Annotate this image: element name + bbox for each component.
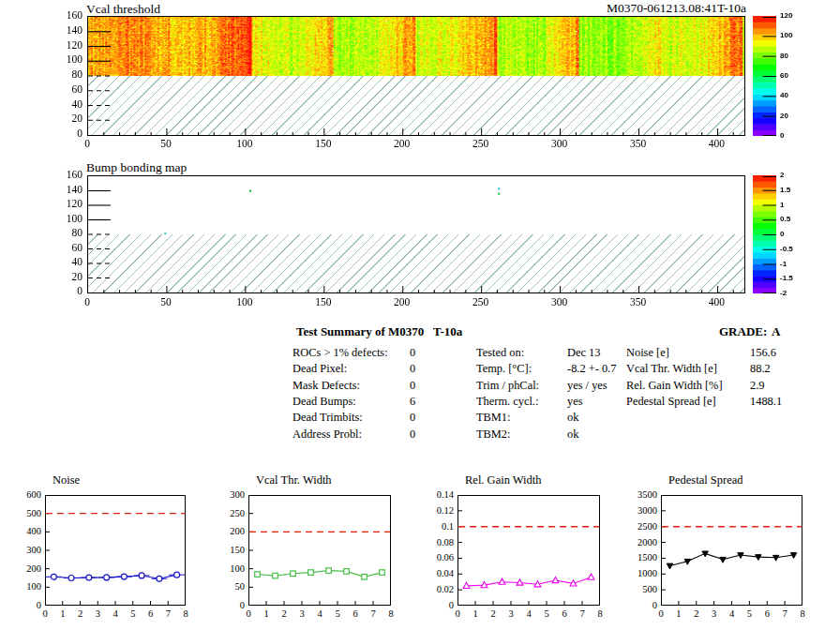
summary-label: Dead Pixel: (292, 363, 347, 374)
data-point-marker (667, 563, 672, 569)
summary-label: Address Probl: (292, 428, 362, 440)
vcal-heatmap-canvas (88, 17, 744, 76)
y-axis-tick-label: 0 (207, 601, 245, 611)
bump-colorbar (753, 175, 776, 293)
summary-value: 1488.1 (750, 396, 782, 407)
y-axis-tick-label: 140 (52, 185, 82, 196)
data-point-marker (291, 571, 296, 577)
noise-per-roc-plot (45, 495, 186, 606)
y-axis-tick-label: 500 (620, 585, 657, 595)
data-point-marker (157, 576, 162, 581)
y-axis-tick-label: 0.1 (416, 522, 454, 532)
y-axis-tick-label: 250 (207, 509, 245, 519)
x-axis-tick-label: 150 (309, 297, 338, 308)
x-axis-tick-label: 200 (388, 139, 416, 150)
x-axis-tick-label: 350 (624, 297, 652, 308)
x-axis-tick-label: 0 (73, 139, 101, 150)
rel-gain-width-per-roc-plot (458, 495, 600, 606)
y-axis-tick-label: 2500 (620, 522, 657, 532)
summary-label: TBM1: (476, 412, 511, 423)
x-axis-tick-label: 50 (152, 297, 180, 308)
plot-frame (46, 496, 186, 606)
x-axis-tick-label: 4 (312, 609, 327, 620)
summary-label: Temp. [°C]: (476, 363, 532, 374)
data-point-marker (344, 569, 350, 575)
x-axis-tick-label: 5 (742, 609, 757, 620)
x-axis-tick-label: 5 (330, 609, 345, 620)
vcal-colorbar (753, 16, 776, 136)
x-axis-tick-label: 0 (73, 297, 101, 308)
data-point-marker (499, 578, 505, 584)
y-axis-tick-label: 120 (52, 199, 82, 210)
y-axis-tick-label: 40 (52, 257, 82, 268)
x-axis-tick-label: 3 (707, 609, 722, 620)
colorbar-tick-label: 0 (780, 231, 804, 238)
summary-value: 0 (410, 363, 415, 374)
plot-frame (662, 496, 802, 606)
summary-value: yes (567, 396, 583, 407)
summary-label: Noise [e] (626, 347, 669, 358)
noise-plot-title: Noise (52, 474, 80, 487)
y-axis-tick-label: 400 (4, 527, 41, 537)
y-axis-tick-label: 0.08 (416, 538, 454, 548)
data-point-marker (255, 572, 261, 578)
x-axis-tick-label: 4 (521, 609, 536, 620)
data-point-marker (174, 572, 180, 578)
x-axis-tick-label: 8 (383, 609, 398, 620)
y-axis-tick-label: 160 (52, 10, 82, 22)
data-point-marker (326, 568, 332, 574)
summary-label: Rel. Gain Width [%] (626, 380, 723, 391)
y-axis-tick-label: 100 (52, 54, 82, 66)
colorbar-tick-label: 80 (780, 52, 804, 60)
bump-map-title: Bump bonding map (86, 161, 187, 174)
data-point-marker (68, 576, 74, 581)
y-axis-tick-label: 0.06 (416, 553, 454, 563)
summary-value: 6 (410, 396, 415, 407)
data-point-marker (273, 573, 278, 578)
x-axis-tick-label: 0 (653, 609, 668, 620)
x-axis-tick-label: 300 (546, 139, 574, 150)
y-axis-tick-label: 300 (207, 490, 245, 501)
data-point-marker (772, 555, 778, 561)
y-axis-tick-label: 300 (4, 546, 41, 556)
module-test-report: Vcal threshold M0370-061213.08:41T-10a B… (0, 0, 840, 630)
pedestal-spread-per-roc-plot (661, 495, 802, 606)
bump-map-canvas (88, 176, 744, 234)
plot-frame (249, 496, 391, 606)
y-axis-tick-label: 0.14 (416, 490, 454, 501)
y-axis-tick-label: 0 (52, 286, 82, 297)
vcal-heatmap-frame (87, 16, 745, 136)
x-axis-tick-label: 0 (38, 609, 52, 620)
summary-value: -8.2 +- 0.7 (567, 363, 616, 374)
x-axis-tick-label: 6 (759, 609, 774, 620)
y-axis-tick-label: 0 (620, 601, 657, 611)
data-point-marker (86, 575, 92, 580)
y-axis-tick-label: 140 (52, 25, 82, 37)
x-axis-tick-label: 7 (777, 609, 792, 620)
y-axis-tick-label: 100 (4, 582, 41, 592)
bump-hatched-region (88, 234, 744, 292)
y-axis-tick-label: 160 (52, 170, 82, 181)
y-axis-tick-label: 60 (52, 243, 82, 254)
x-axis-tick-label: 250 (467, 297, 495, 308)
colorbar-tick-label: 0.5 (780, 216, 804, 223)
x-axis-tick-label: 200 (388, 297, 416, 308)
x-axis-tick-label: 2 (486, 609, 501, 620)
summary-label: Mask Defects: (292, 380, 360, 391)
data-point-marker (308, 570, 314, 576)
summary-label: Vcal Thr. Width [e] (626, 363, 717, 374)
x-axis-tick-label: 2 (689, 609, 704, 620)
y-axis-tick-label: 50 (207, 582, 245, 592)
y-axis-tick-label: 0 (4, 601, 41, 611)
y-axis-tick-label: 40 (52, 99, 82, 111)
colorbar-tick-label: -1.5 (780, 275, 804, 282)
colorbar-tick-label: 1 (780, 202, 804, 209)
summary-value: ok (567, 412, 578, 423)
x-axis-tick-label: 100 (231, 297, 259, 308)
x-axis-tick-label: 250 (467, 139, 495, 150)
x-axis-tick-label: 1 (671, 609, 686, 620)
x-axis-tick-label: 50 (152, 139, 180, 150)
y-axis-tick-label: 200 (207, 527, 245, 537)
y-axis-tick-label: 1000 (620, 569, 657, 579)
y-axis-tick-label: 100 (52, 214, 82, 225)
